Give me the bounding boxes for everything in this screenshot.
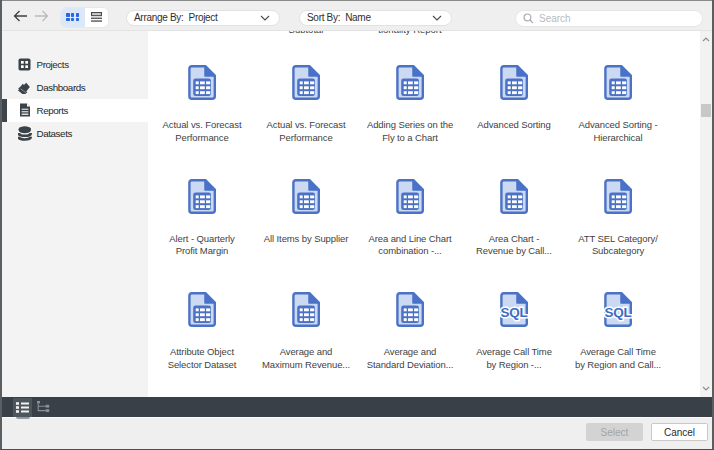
select-button[interactable]: Select xyxy=(586,423,643,441)
arrange-by-dropdown[interactable]: Arrange By: Project xyxy=(126,10,280,26)
sidebar-item-icon xyxy=(18,126,32,141)
back-arrow-icon xyxy=(13,10,28,22)
scroll-down-button[interactable] xyxy=(700,381,712,396)
report-document-icon xyxy=(188,292,216,327)
dashboards-icon xyxy=(18,80,32,94)
content-area: Subtotaltionality Report Actual vs. Fore… xyxy=(148,31,700,397)
sidebar-item-label: Reports xyxy=(37,105,69,116)
sidebar-item-datasets[interactable]: Datasets xyxy=(0,122,148,145)
report-item[interactable]: Adding Series on theFly to a Chart xyxy=(358,65,462,179)
report-document-icon xyxy=(188,65,216,100)
report-item-icon xyxy=(500,179,528,214)
arrange-by-value: Project xyxy=(189,12,218,23)
sidebar-item-label: Dashboards xyxy=(37,82,86,93)
report-item-icon xyxy=(396,292,424,327)
report-item-icon xyxy=(396,65,424,100)
report-item-icon xyxy=(188,292,216,327)
report-document-icon xyxy=(396,179,424,214)
report-item[interactable]: Actual vs. ForecastPerformance xyxy=(150,65,254,179)
sidebar-items: Projects Dashboards Reports Datasets xyxy=(0,53,148,145)
report-item-icon xyxy=(396,179,424,214)
clipped-item-label[interactable]: tionality Report xyxy=(378,31,441,36)
report-item[interactable]: ATT SEL Category/Subcategory xyxy=(566,179,670,293)
report-item-label: All Items by Supplier xyxy=(264,233,349,246)
sidebar-item-label: Projects xyxy=(37,59,69,70)
projects-grid-icon xyxy=(18,58,31,71)
report-item[interactable]: SQL SQL Average Call Timeby Region and C… xyxy=(566,292,670,397)
report-item-icon: SQL SQL xyxy=(500,292,528,327)
report-item-label: Actual vs. ForecastPerformance xyxy=(267,119,346,145)
grid-view-button[interactable] xyxy=(61,8,85,27)
sidebar-item-icon xyxy=(18,80,32,95)
report-item-icon xyxy=(188,65,216,100)
chevron-up-icon xyxy=(702,37,710,42)
toolbar: Arrange By: Project Sort By: Name xyxy=(0,0,714,31)
report-item-icon xyxy=(292,179,320,214)
back-button[interactable] xyxy=(12,9,29,23)
svg-text:SQL: SQL xyxy=(605,305,632,320)
report-item[interactable]: Average andStandard Deviation... xyxy=(358,292,462,397)
report-item-label: Average andStandard Deviation... xyxy=(367,346,454,372)
report-item-label: Alert - QuarterlyProfit Margin xyxy=(169,233,234,259)
reports-icon xyxy=(19,103,31,117)
report-item-icon: SQL SQL xyxy=(604,292,632,327)
report-item-label: Average andMaximum Revenue... xyxy=(262,346,350,372)
report-item[interactable]: Area Chart -Revenue by Call... xyxy=(462,179,566,293)
chevron-down-icon xyxy=(260,15,270,21)
report-document-icon xyxy=(292,65,320,100)
forward-button[interactable] xyxy=(33,9,50,23)
report-item[interactable]: SQL SQL Average Call Timeby Region -... xyxy=(462,292,566,397)
report-item-label: Advanced Sorting xyxy=(477,119,550,132)
report-item[interactable]: Attribute ObjectSelector Dataset xyxy=(150,292,254,397)
status-bar xyxy=(0,397,714,417)
report-item[interactable]: Actual vs. ForecastPerformance xyxy=(254,65,358,179)
report-item-label: Attribute ObjectSelector Dataset xyxy=(168,346,237,372)
tree-view-button[interactable] xyxy=(35,399,52,415)
report-document-icon xyxy=(396,292,424,327)
report-item-label: Average Call Timeby Region -... xyxy=(476,346,552,372)
flat-list-view-button[interactable] xyxy=(13,398,32,417)
clipped-item-label[interactable]: Subtotal xyxy=(289,31,324,36)
chevron-down-icon xyxy=(432,15,442,21)
sidebar-item-reports[interactable]: Reports xyxy=(0,99,148,122)
sort-by-dropdown[interactable]: Sort By: Name xyxy=(299,10,452,26)
report-item-label: Area Chart -Revenue by Call... xyxy=(476,233,552,259)
clipped-row: Subtotaltionality Report xyxy=(148,31,700,38)
sidebar: Projects Dashboards Reports Datasets xyxy=(0,31,148,397)
report-document-icon xyxy=(396,65,424,100)
flat-list-view-icon xyxy=(16,402,29,413)
flat-list-view-notch xyxy=(16,417,30,420)
report-document-icon xyxy=(604,65,632,100)
datasets-icon xyxy=(18,126,32,141)
report-item-icon xyxy=(292,65,320,100)
scroll-up-button[interactable] xyxy=(700,32,712,47)
report-item[interactable]: All Items by Supplier xyxy=(254,179,358,293)
report-document-icon xyxy=(604,179,632,214)
sidebar-item-projects[interactable]: Projects xyxy=(0,53,148,76)
vertical-scrollbar[interactable] xyxy=(700,31,712,397)
footer: Select Cancel xyxy=(0,418,714,449)
scrollbar-thumb[interactable] xyxy=(701,104,712,117)
forward-arrow-icon xyxy=(34,10,49,22)
report-document-icon xyxy=(292,292,320,327)
chevron-down-icon xyxy=(702,386,710,391)
report-item-icon xyxy=(292,292,320,327)
tree-view-icon xyxy=(37,401,51,413)
report-item[interactable]: Alert - QuarterlyProfit Margin xyxy=(150,179,254,293)
items-grid: Actual vs. ForecastPerformance Actual vs… xyxy=(150,65,670,397)
sidebar-item-dashboards[interactable]: Dashboards xyxy=(0,76,148,99)
sql-document-icon: SQL SQL xyxy=(604,292,632,327)
report-item[interactable]: Average andMaximum Revenue... xyxy=(254,292,358,397)
list-view-button[interactable] xyxy=(85,8,109,27)
search-input[interactable] xyxy=(539,13,695,24)
grid-view-icon xyxy=(66,13,79,21)
report-item[interactable]: Advanced Sorting xyxy=(462,65,566,179)
cancel-button[interactable]: Cancel xyxy=(651,423,708,441)
sql-document-icon: SQL SQL xyxy=(500,292,528,327)
report-item[interactable]: Advanced Sorting -Hierarchical xyxy=(566,65,670,179)
search-box xyxy=(515,10,703,27)
report-item-label: ATT SEL Category/Subcategory xyxy=(578,233,657,259)
report-item-label: Average Call Timeby Region and Call... xyxy=(575,346,661,372)
report-item-icon xyxy=(604,179,632,214)
report-item[interactable]: Area and Line Chartcombination -... xyxy=(358,179,462,293)
